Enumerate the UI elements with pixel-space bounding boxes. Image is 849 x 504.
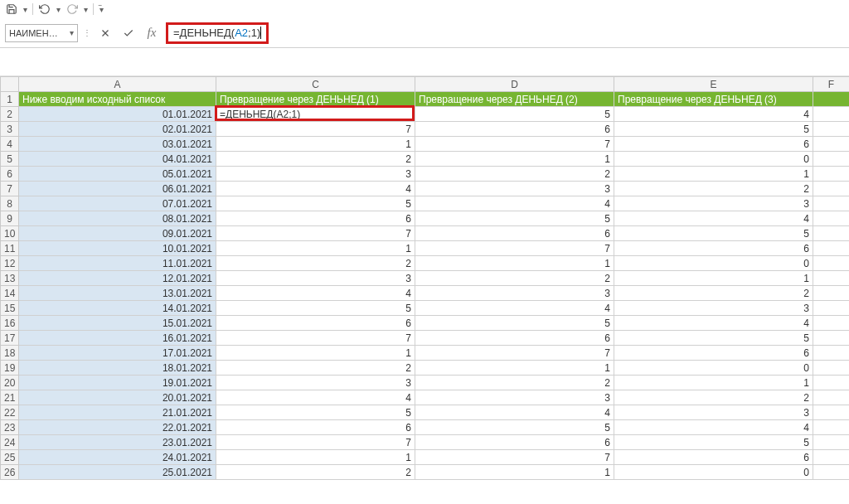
cell[interactable]: 16.01.2021 [19,331,216,346]
cell[interactable]: 3 [216,167,415,182]
row-header[interactable]: 20 [1,376,19,390]
row-header[interactable]: 7 [1,182,19,196]
cell[interactable]: 0 [614,361,813,376]
cell[interactable]: 1 [216,137,415,152]
cell[interactable]: 3 [216,271,415,286]
cell[interactable]: =ДЕНЬНЕД(A2;1) [216,107,415,122]
cell[interactable]: Превращение через ДЕНЬНЕД (2) [415,92,614,107]
cell[interactable]: 1 [614,376,813,390]
cell[interactable]: 6 [216,316,415,331]
row-header[interactable]: 14 [1,286,19,301]
cell[interactable]: 4 [614,211,813,226]
table-row[interactable]: 1009.01.2021765 [1,226,850,241]
cell[interactable] [813,182,850,196]
cell[interactable]: 1 [216,450,415,465]
cancel-icon[interactable] [96,24,114,42]
table-row[interactable]: 1Ниже вводим исходный списокПревращение … [1,92,850,107]
cell[interactable] [813,301,850,316]
cell[interactable]: 20.01.2021 [19,390,216,405]
table-row[interactable]: 1716.01.2021765 [1,331,850,346]
cell[interactable]: 4 [614,107,813,122]
cell[interactable]: 03.01.2021 [19,137,216,152]
cell[interactable]: 19.01.2021 [19,376,216,390]
row-header[interactable]: 21 [1,390,19,405]
table-row[interactable]: 1110.01.2021176 [1,241,850,256]
cell[interactable]: 4 [415,405,614,420]
column-header[interactable]: F [813,77,850,92]
undo-icon[interactable] [38,2,51,16]
cell[interactable]: 10.01.2021 [19,241,216,256]
row-header[interactable]: 12 [1,256,19,271]
cell[interactable] [813,271,850,286]
cell[interactable]: 1 [415,465,614,480]
table-row[interactable]: 1312.01.2021321 [1,271,850,286]
row-header[interactable]: 13 [1,271,19,286]
row-header[interactable]: 1 [1,92,19,107]
cell[interactable]: 1 [216,241,415,256]
table-row[interactable]: 1918.01.2021210 [1,361,850,376]
cell[interactable]: 4 [216,286,415,301]
cell[interactable]: 6 [614,241,813,256]
cell[interactable]: 02.01.2021 [19,122,216,137]
cell[interactable]: 3 [415,286,614,301]
table-row[interactable]: 2221.01.2021543 [1,405,850,420]
cell[interactable]: 5 [614,226,813,241]
cell[interactable]: 05.01.2021 [19,167,216,182]
cell[interactable] [813,390,850,405]
chevron-down-icon[interactable]: ▾ [84,5,88,14]
cell[interactable]: 3 [614,196,813,211]
cell[interactable] [813,211,850,226]
chevron-down-icon[interactable]: ▾ [70,28,74,37]
cell[interactable]: 0 [614,465,813,480]
cell[interactable] [813,107,850,122]
cell[interactable]: 1 [614,167,813,182]
cell[interactable]: 22.01.2021 [19,420,216,435]
formula-input[interactable]: =ДЕНЬНЕД(A2;1) [166,22,844,45]
chevron-down-icon[interactable]: ▾ [23,5,27,14]
cell[interactable]: Ниже вводим исходный список [19,92,216,107]
chevron-down-icon[interactable]: ▾ [56,5,61,14]
cell[interactable]: 5 [415,211,614,226]
cell[interactable]: 3 [614,405,813,420]
cell[interactable]: 06.01.2021 [19,182,216,196]
row-header[interactable]: 11 [1,241,19,256]
row-header[interactable]: 24 [1,435,19,450]
row-header[interactable]: 18 [1,346,19,361]
row-header[interactable]: 2 [1,107,19,122]
cell[interactable]: 2 [415,167,614,182]
cell[interactable]: 7 [415,450,614,465]
cell[interactable]: 2 [216,152,415,167]
cell[interactable] [813,405,850,420]
row-header[interactable]: 6 [1,167,19,182]
table-row[interactable]: 2120.01.2021432 [1,390,850,405]
cell[interactable]: 6 [216,211,415,226]
cell[interactable] [813,167,850,182]
cell[interactable]: 3 [614,301,813,316]
cell[interactable]: 6 [614,450,813,465]
cell[interactable]: 0 [614,152,813,167]
table-row[interactable]: 2625.01.2021210 [1,465,850,480]
cell[interactable] [813,226,850,241]
table-row[interactable]: 403.01.2021176 [1,137,850,152]
cell[interactable]: 09.01.2021 [19,226,216,241]
select-all-corner[interactable] [1,77,19,92]
cell[interactable] [813,92,850,107]
table-row[interactable]: 504.01.2021210 [1,152,850,167]
column-header[interactable]: C [216,77,415,92]
row-header[interactable]: 8 [1,196,19,211]
spreadsheet-grid[interactable]: A C D E F 1Ниже вводим исходный списокПр… [0,76,849,480]
table-row[interactable]: 706.01.2021432 [1,182,850,196]
table-row[interactable]: 2423.01.2021765 [1,435,850,450]
cell[interactable]: 3 [415,390,614,405]
cell[interactable]: 6 [415,331,614,346]
cell[interactable]: 5 [216,196,415,211]
table-row[interactable]: 1211.01.2021210 [1,256,850,271]
table-row[interactable]: 2524.01.2021176 [1,450,850,465]
cell[interactable]: 11.01.2021 [19,256,216,271]
cell[interactable]: 7 [216,331,415,346]
table-row[interactable]: 605.01.2021321 [1,167,850,182]
cell[interactable] [813,376,850,390]
row-header[interactable]: 5 [1,152,19,167]
cell[interactable]: 5 [614,435,813,450]
cell[interactable]: 7 [216,122,415,137]
